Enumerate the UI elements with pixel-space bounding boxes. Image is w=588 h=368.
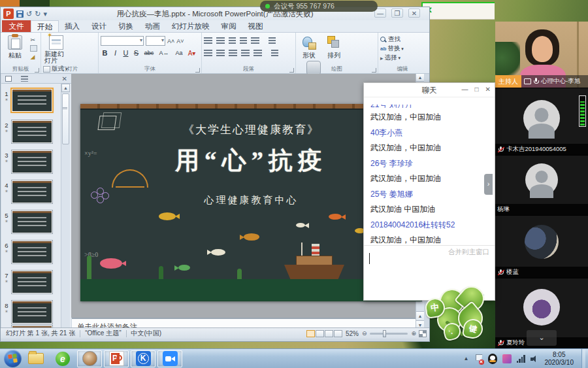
arrange-button[interactable]: 排列 xyxy=(323,35,345,60)
underline-button[interactable]: U xyxy=(122,49,130,57)
panel-scrollbar[interactable]: ▲ xyxy=(61,84,70,335)
zoom-out-icon[interactable]: ⊖ xyxy=(362,330,367,337)
taskbar-explorer-button[interactable] xyxy=(24,350,48,367)
align-right-icon[interactable] xyxy=(229,50,237,57)
tab-home[interactable]: 开始 xyxy=(31,20,59,32)
italic-button[interactable]: I xyxy=(111,49,120,57)
slide-thumbnail-6[interactable]: 6✶ xyxy=(1,241,60,263)
tray-clock[interactable]: 8:05 2020/3/10 xyxy=(545,351,577,367)
ime-tray-icon[interactable] xyxy=(502,354,512,363)
participant-tile[interactable]: 杨琳 xyxy=(495,156,588,216)
replace-button[interactable]: ab替换▾ xyxy=(380,44,425,53)
tab-view[interactable]: 视图 xyxy=(242,20,269,32)
clear-format-button[interactable]: abc xyxy=(142,50,155,56)
dialog-launcher-icon[interactable] xyxy=(195,68,200,73)
participant-tile[interactable]: 楼蓝 xyxy=(495,216,588,278)
scroll-up-icon[interactable]: ▲ xyxy=(61,84,70,92)
taskbar-k-app-button[interactable] xyxy=(131,350,155,367)
tab-transitions[interactable]: 切换 xyxy=(112,20,139,32)
select-button[interactable]: ▸选择▾ xyxy=(380,54,425,62)
chat-minimize-icon[interactable]: — xyxy=(462,86,468,93)
cut-icon[interactable]: ✂ xyxy=(30,37,37,43)
scroll-up-icon[interactable]: ▲ xyxy=(416,74,424,82)
find-button[interactable]: 查找 xyxy=(380,35,425,44)
decrease-indent-icon[interactable] xyxy=(229,37,236,44)
zoom-slider[interactable] xyxy=(370,333,408,335)
ime-clover-widget[interactable]: 中 ’。 键 xyxy=(421,286,497,350)
justify-icon[interactable] xyxy=(241,50,250,57)
taskbar-browser-button[interactable]: e xyxy=(50,350,75,367)
align-left-icon[interactable] xyxy=(204,50,212,57)
smartart-convert-icon[interactable] xyxy=(271,50,278,57)
tab-animations[interactable]: 动画 xyxy=(139,20,166,32)
chat-close-icon[interactable]: ✕ xyxy=(485,86,491,93)
host-video-tile[interactable]: 主持人 心理中心-李旭 xyxy=(495,22,588,88)
merge-to-main-window-link[interactable]: 合并到主窗口 xyxy=(448,248,489,257)
grow-font-icon[interactable]: A˄ xyxy=(167,38,174,44)
slide-thumbnail-2[interactable]: 2✶ xyxy=(1,120,60,143)
maximize-button[interactable]: ❐ xyxy=(391,8,403,18)
close-button[interactable]: ✕ xyxy=(408,8,420,18)
dialog-launcher-icon[interactable] xyxy=(35,68,39,73)
align-center-icon[interactable] xyxy=(216,50,225,57)
collapse-list-button[interactable]: ⌄ xyxy=(527,330,557,346)
paste-button[interactable]: 粘贴 xyxy=(3,35,27,60)
slide-thumbnail-7[interactable]: 7✶ xyxy=(1,271,60,293)
slide-sorter-icon[interactable] xyxy=(316,330,324,337)
taskbar-powerpoint-button[interactable] xyxy=(104,350,129,367)
tab-file[interactable]: 文件 xyxy=(2,20,31,32)
powerpoint-logo-icon[interactable]: P xyxy=(3,8,14,19)
chat-titlebar[interactable]: 聊天 — □ ✕ xyxy=(364,83,495,97)
tab-review[interactable]: 审阅 xyxy=(216,20,242,32)
font-size-select[interactable] xyxy=(146,36,165,46)
strikethrough-button[interactable]: S xyxy=(132,49,140,57)
normal-view-icon[interactable] xyxy=(306,330,315,337)
close-panel-icon[interactable]: ✕ xyxy=(62,75,67,82)
show-desktop-button[interactable] xyxy=(581,349,585,368)
volume-icon[interactable] xyxy=(531,355,540,363)
participant-tile[interactable]: 卡木吉201940054005 xyxy=(495,88,588,156)
new-slide-button[interactable]: 新建幻灯片 xyxy=(43,35,69,64)
slide-thumbnail-8[interactable]: 8✶ xyxy=(1,301,60,324)
undo-icon[interactable]: ↺ xyxy=(26,9,32,18)
slides-tab-icon[interactable] xyxy=(5,76,12,82)
collapse-panel-arrow[interactable]: › xyxy=(484,174,493,195)
save-icon[interactable] xyxy=(16,10,24,18)
slide-thumbnail-1[interactable]: 1✶ xyxy=(1,89,60,112)
chat-maximize-icon[interactable]: □ xyxy=(475,86,479,93)
font-name-select[interactable] xyxy=(101,36,144,46)
bold-button[interactable]: B xyxy=(101,49,109,57)
scrollbar-thumb[interactable] xyxy=(62,93,69,144)
copy-icon[interactable] xyxy=(30,45,37,52)
zoom-slider-thumb[interactable] xyxy=(383,330,386,337)
increase-indent-icon[interactable] xyxy=(240,37,247,44)
taskbar-messenger-button[interactable] xyxy=(77,350,102,367)
format-painter-icon[interactable]: ◢ xyxy=(30,54,37,60)
language-status[interactable]: 中文(中国) xyxy=(131,329,162,338)
outline-tab-icon[interactable] xyxy=(21,76,28,82)
tab-slideshow[interactable]: 幻灯片放映 xyxy=(166,20,216,32)
tray-expand-icon[interactable]: ▲ xyxy=(464,356,469,361)
redo-icon[interactable]: ↻ xyxy=(35,9,41,18)
qat-dropdown-icon[interactable]: ▾ xyxy=(43,9,47,18)
zoom-in-icon[interactable]: ⊕ xyxy=(411,330,416,337)
dialog-launcher-icon[interactable] xyxy=(372,68,376,73)
action-center-flag-icon[interactable] xyxy=(474,354,483,363)
slide-thumbnail-4[interactable]: 4✶ xyxy=(1,180,60,203)
dialog-launcher-icon[interactable] xyxy=(289,68,294,73)
shapes-button[interactable]: 形状 xyxy=(298,35,320,60)
char-spacing-button[interactable]: A↔ xyxy=(157,50,171,56)
tab-design[interactable]: 设计 xyxy=(86,20,112,32)
slide-thumbnail-5[interactable]: 5✶ xyxy=(1,210,60,233)
change-case-button[interactable]: Aa xyxy=(172,50,186,56)
text-direction-icon[interactable] xyxy=(269,37,276,44)
bullets-icon[interactable] xyxy=(204,37,212,44)
shrink-font-icon[interactable]: A˅ xyxy=(176,38,184,44)
taskbar-meeting-button[interactable] xyxy=(157,350,182,367)
line-spacing-icon[interactable] xyxy=(251,37,259,44)
columns-icon[interactable] xyxy=(253,50,262,57)
slide-thumbnail-3[interactable]: 3✶ xyxy=(1,150,60,173)
network-signal-icon[interactable] xyxy=(517,355,525,363)
meeting-id-badge[interactable]: 会议号 955 767 976 xyxy=(260,1,378,12)
start-button[interactable] xyxy=(4,350,22,367)
